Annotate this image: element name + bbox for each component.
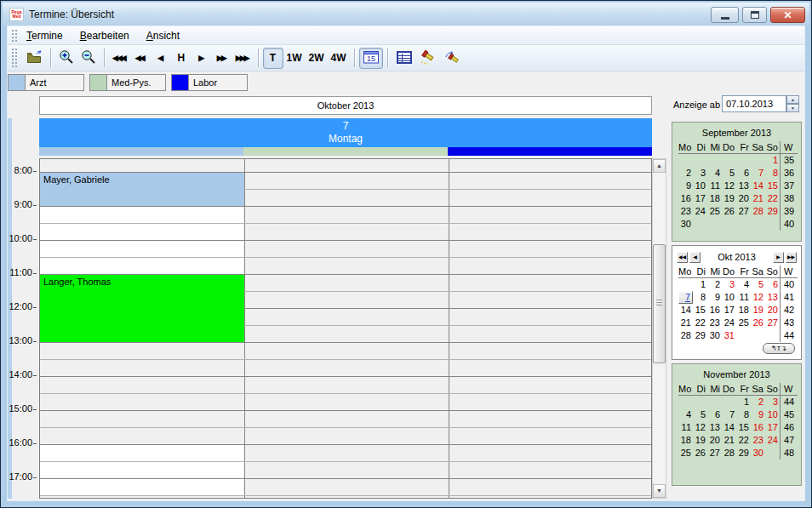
minimize-button[interactable] xyxy=(711,7,739,23)
day-cell[interactable]: 6 xyxy=(707,408,722,421)
day-cell[interactable]: 26 xyxy=(751,317,765,329)
day-cell[interactable]: 12 xyxy=(722,180,736,192)
day-cell[interactable]: 10 xyxy=(693,180,707,192)
day-cell[interactable]: 7 xyxy=(751,167,765,180)
day-cell[interactable]: 6 xyxy=(736,167,751,180)
day-cell[interactable]: 2 xyxy=(751,396,765,408)
day-cell[interactable]: 26 xyxy=(693,447,707,459)
day-cell[interactable]: 10 xyxy=(765,408,780,421)
scroll-down-button[interactable]: ▼ xyxy=(653,484,666,498)
scheduler-column-2[interactable] xyxy=(244,159,449,498)
day-cell[interactable]: 28 xyxy=(751,205,765,218)
vertical-scrollbar[interactable]: ▲ ▼ xyxy=(652,158,666,499)
day-cell[interactable]: 27 xyxy=(736,205,751,218)
nav-far-back-button[interactable]: ◀◀◀ xyxy=(109,48,130,69)
day-cell[interactable]: 29 xyxy=(736,447,751,459)
day-cell[interactable]: 4 xyxy=(707,167,722,180)
day-cell[interactable]: 5 xyxy=(722,167,736,180)
day-cell[interactable]: 25 xyxy=(736,317,751,329)
day-cell[interactable]: 26 xyxy=(722,205,736,218)
nav-forward-day-button[interactable]: ▶ xyxy=(192,48,212,69)
day-cell[interactable]: 19 xyxy=(722,192,736,205)
day-cell[interactable]: 29 xyxy=(693,329,707,342)
prev-month-button[interactable]: ◀ xyxy=(689,252,700,263)
day-cell[interactable]: 27 xyxy=(707,447,722,459)
day-cell[interactable]: 23 xyxy=(751,434,765,447)
day-cell[interactable]: 4 xyxy=(678,408,693,421)
day-cell[interactable]: 22 xyxy=(736,434,751,447)
day-cell[interactable]: 23 xyxy=(707,317,722,329)
nav-today-button[interactable]: H xyxy=(171,48,192,69)
appointment-grid[interactable]: Mayer, GabrieleLanger, Thomas xyxy=(39,158,652,499)
spinner-up-button[interactable]: ▲ xyxy=(786,95,799,104)
day-cell[interactable]: 29 xyxy=(765,205,780,218)
nav-forward-week-button[interactable]: ▶▶ xyxy=(212,48,232,69)
day-cell[interactable]: 15 xyxy=(693,304,707,317)
day-cell[interactable]: 24 xyxy=(693,205,707,218)
day-cell[interactable]: 3 xyxy=(693,167,707,180)
day-cell[interactable]: 17 xyxy=(693,192,707,205)
day-cell[interactable]: 15 xyxy=(736,421,751,434)
nav-back-day-button[interactable]: ◀ xyxy=(151,48,171,69)
scroll-thumb[interactable] xyxy=(653,244,666,363)
day-cell[interactable]: 3 xyxy=(722,278,736,291)
next-month-button[interactable]: ▶ xyxy=(773,252,784,263)
day-cell[interactable]: 20 xyxy=(736,192,751,205)
nav-far-forward-button[interactable]: ▶▶▶ xyxy=(232,48,254,69)
day-cell[interactable]: 31 xyxy=(722,329,736,342)
day-cell[interactable]: 1 xyxy=(693,278,707,291)
day-cell[interactable]: 8 xyxy=(765,167,780,180)
day-cell[interactable]: 21 xyxy=(722,434,736,447)
day-cell[interactable]: 25 xyxy=(707,205,722,218)
maximize-button[interactable] xyxy=(742,7,767,23)
day-cell[interactable]: 16 xyxy=(707,304,722,317)
menu-bearbeiten[interactable]: Bearbeiten xyxy=(80,30,129,42)
day-cell[interactable]: 28 xyxy=(722,447,736,459)
spinner-down-button[interactable]: ▼ xyxy=(786,104,799,112)
list-view-button[interactable] xyxy=(392,48,416,69)
day-cell[interactable]: 17 xyxy=(765,421,780,434)
day-cell[interactable]: 11 xyxy=(707,180,722,192)
nav-back-week-button[interactable]: ◀◀ xyxy=(130,48,151,69)
menu-termine[interactable]: Termine xyxy=(26,30,63,42)
day-cell[interactable]: 22 xyxy=(693,317,707,329)
close-button[interactable]: ✕ xyxy=(770,7,805,23)
open-appointment-book-button[interactable] xyxy=(23,48,46,69)
day-cell[interactable]: 6 xyxy=(765,278,780,291)
day-cell[interactable]: 9 xyxy=(707,291,722,304)
display-from-input[interactable] xyxy=(722,95,786,112)
day-cell[interactable]: 8 xyxy=(693,291,707,304)
day-cell[interactable]: 30 xyxy=(707,329,722,342)
day-cell[interactable]: 12 xyxy=(751,291,765,304)
day-cell[interactable]: 25 xyxy=(678,447,693,459)
day-cell[interactable]: 9 xyxy=(751,408,765,421)
day-cell[interactable]: 23 xyxy=(678,205,693,218)
day-cell[interactable]: 13 xyxy=(765,291,780,304)
day-cell[interactable]: 19 xyxy=(751,304,765,317)
day-cell[interactable]: 11 xyxy=(678,421,693,434)
scheduler-column-3[interactable] xyxy=(449,159,652,498)
zoom-in-button[interactable] xyxy=(55,48,77,69)
menu-gripper[interactable] xyxy=(11,29,17,42)
day-cell[interactable]: 3 xyxy=(765,396,780,408)
day-cell[interactable]: 2 xyxy=(678,167,693,180)
day-cell[interactable]: 18 xyxy=(707,192,722,205)
day-cell[interactable]: 5 xyxy=(751,278,765,291)
prev-year-button[interactable]: ◀◀ xyxy=(677,252,688,263)
day-cell[interactable]: 12 xyxy=(693,421,707,434)
day-cell[interactable]: 27 xyxy=(765,317,780,329)
day-cell[interactable]: 18 xyxy=(736,304,751,317)
day-cell[interactable]: 14 xyxy=(722,421,736,434)
legend-item-med-pys[interactable]: Med-Pys. xyxy=(89,74,166,91)
day-cell[interactable]: 18 xyxy=(678,434,693,447)
day-cell[interactable]: 24 xyxy=(722,317,736,329)
search-free-slot-button[interactable] xyxy=(416,48,440,69)
day-cell[interactable]: 13 xyxy=(736,180,751,192)
legend-item-arzt[interactable]: Arzt xyxy=(8,74,84,91)
date-picker-button[interactable]: 15 xyxy=(359,48,383,69)
day-cell[interactable]: 21 xyxy=(751,192,765,205)
day-cell[interactable]: 10 xyxy=(722,291,736,304)
day-cell[interactable]: 22 xyxy=(765,192,780,205)
day-cell[interactable]: 30 xyxy=(751,447,765,459)
day-cell[interactable]: 11 xyxy=(736,291,751,304)
